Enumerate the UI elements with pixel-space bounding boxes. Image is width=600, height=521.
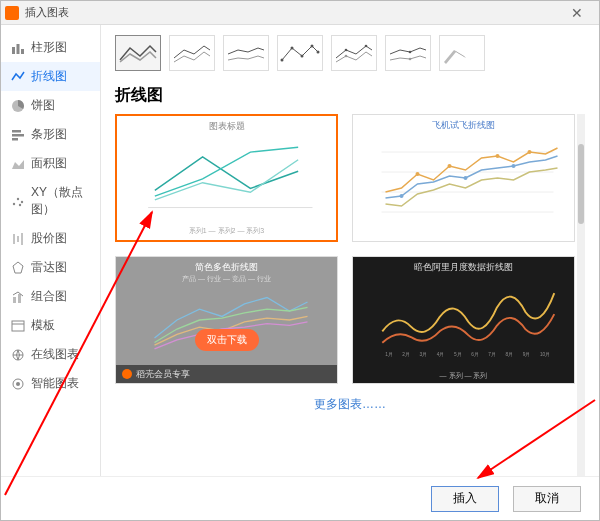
svg-point-7: [13, 203, 15, 205]
sidebar-item-label: 股价图: [31, 230, 67, 247]
svg-point-21: [16, 382, 20, 386]
svg-text:2月: 2月: [402, 352, 410, 357]
card-legend: 系列1 — 系列2 — 系列3: [117, 226, 336, 236]
svg-text:8月: 8月: [506, 352, 514, 357]
svg-point-41: [528, 150, 532, 154]
svg-point-25: [301, 55, 304, 58]
template-card-3[interactable]: 简色多色折线图 产品 — 行业 — 竞品 — 行业 双击下载: [115, 256, 338, 384]
card-title: 暗色阿里月度数据折线图: [353, 257, 574, 274]
subtype-line-stacked[interactable]: [169, 35, 215, 71]
app-icon: [5, 6, 19, 20]
sidebar-item-label: XY（散点图）: [31, 184, 90, 218]
stock-chart-icon: [11, 232, 25, 246]
sidebar-item-scatter[interactable]: XY（散点图）: [1, 178, 100, 224]
subtype-line-basic[interactable]: [115, 35, 161, 71]
sidebar-item-label: 在线图表: [31, 346, 79, 363]
svg-text:1月: 1月: [385, 352, 393, 357]
sidebar-item-label: 饼图: [31, 97, 55, 114]
scrollbar-thumb[interactable]: [578, 144, 584, 224]
section-title: 折线图: [115, 85, 585, 106]
svg-point-30: [345, 55, 348, 58]
svg-point-27: [317, 51, 320, 54]
sidebar-item-combo[interactable]: 组合图: [1, 282, 100, 311]
main-panel: 折线图 图表标题 系列1 — 系列2 — 系列3: [101, 25, 599, 476]
sidebar-item-pie[interactable]: 饼图: [1, 91, 100, 120]
sidebar-item-bar[interactable]: 条形图: [1, 120, 100, 149]
svg-text:3月: 3月: [420, 352, 428, 357]
sidebar-item-online[interactable]: 在线图表: [1, 340, 100, 369]
sidebar-item-label: 面积图: [31, 155, 67, 172]
subtype-line-100-markers[interactable]: [385, 35, 431, 71]
sidebar-item-area[interactable]: 面积图: [1, 149, 100, 178]
sidebar-item-template[interactable]: 模板: [1, 311, 100, 340]
svg-text:6月: 6月: [471, 352, 479, 357]
svg-point-43: [464, 176, 468, 180]
sidebar-item-label: 折线图: [31, 68, 67, 85]
sidebar-item-radar[interactable]: 雷达图: [1, 253, 100, 282]
svg-rect-1: [17, 44, 20, 54]
online-chart-icon: [11, 348, 25, 362]
card-title: 飞机试飞折线图: [353, 115, 574, 132]
card-legend: 产品 — 行业 — 竞品 — 行业: [116, 274, 337, 284]
svg-rect-16: [18, 294, 21, 303]
svg-point-39: [448, 164, 452, 168]
sidebar-item-column[interactable]: 柱形图: [1, 33, 100, 62]
sidebar-item-label: 雷达图: [31, 259, 67, 276]
subtype-line-stacked-markers[interactable]: [331, 35, 377, 71]
card-title: 简色多色折线图: [116, 257, 337, 274]
cancel-button[interactable]: 取消: [513, 486, 581, 512]
svg-text:5月: 5月: [454, 352, 462, 357]
subtype-row: [115, 35, 585, 71]
gallery-scrollbar[interactable]: [577, 114, 585, 476]
dialog-body: 柱形图 折线图 饼图 条形图 面积图 XY（散点图）: [1, 25, 599, 476]
template-card-2[interactable]: 飞机试飞折线图: [352, 114, 575, 242]
member-label: 稻壳会员专享: [136, 368, 190, 381]
svg-point-42: [400, 194, 404, 198]
card-legend: — 系列 — 系列: [353, 371, 574, 381]
dialog-footer: 插入 取消: [1, 476, 599, 520]
sidebar-item-stock[interactable]: 股价图: [1, 224, 100, 253]
chart-type-sidebar: 柱形图 折线图 饼图 条形图 面积图 XY（散点图）: [1, 25, 101, 476]
svg-rect-17: [12, 321, 24, 331]
subtype-line-markers[interactable]: [277, 35, 323, 71]
svg-point-8: [17, 198, 19, 200]
insert-button[interactable]: 插入: [431, 486, 499, 512]
svg-rect-4: [12, 130, 21, 133]
svg-rect-15: [13, 297, 16, 303]
template-card-1[interactable]: 图表标题 系列1 — 系列2 — 系列3: [115, 114, 338, 242]
close-button[interactable]: ✕: [559, 1, 595, 24]
window-title: 插入图表: [25, 5, 559, 20]
svg-rect-2: [21, 49, 24, 54]
smart-chart-icon: [11, 377, 25, 391]
svg-point-24: [291, 47, 294, 50]
more-charts-link[interactable]: 更多图表……: [115, 384, 585, 425]
svg-text:4月: 4月: [437, 352, 445, 357]
download-badge[interactable]: 双击下载: [195, 329, 259, 351]
sidebar-item-smart[interactable]: 智能图表: [1, 369, 100, 398]
sidebar-item-label: 组合图: [31, 288, 67, 305]
subtype-line-100[interactable]: [223, 35, 269, 71]
sidebar-item-label: 柱形图: [31, 39, 67, 56]
svg-point-9: [21, 201, 23, 203]
pie-chart-icon: [11, 99, 25, 113]
gallery-scroll[interactable]: 图表标题 系列1 — 系列2 — 系列3 飞机试飞折线图: [115, 114, 585, 476]
svg-point-31: [409, 51, 412, 54]
scatter-chart-icon: [11, 194, 25, 208]
svg-point-23: [281, 59, 284, 62]
sidebar-item-line[interactable]: 折线图: [1, 62, 100, 91]
svg-marker-14: [13, 262, 23, 273]
template-card-4[interactable]: 暗色阿里月度数据折线图 1月2月3月4月5月6月7月8月9月10月 — 系列 —…: [352, 256, 575, 384]
bar-chart-icon: [11, 128, 25, 142]
template-gallery: 图表标题 系列1 — 系列2 — 系列3 飞机试飞折线图: [115, 114, 585, 384]
radar-chart-icon: [11, 261, 25, 275]
svg-text:7月: 7月: [488, 352, 496, 357]
svg-rect-5: [12, 134, 24, 137]
card-title: 图表标题: [117, 116, 336, 133]
template-icon: [11, 319, 25, 333]
svg-point-44: [512, 164, 516, 168]
svg-rect-6: [12, 138, 18, 141]
combo-chart-icon: [11, 290, 25, 304]
area-chart-icon: [11, 157, 25, 171]
svg-text:10月: 10月: [540, 352, 550, 357]
subtype-line-3d[interactable]: [439, 35, 485, 71]
